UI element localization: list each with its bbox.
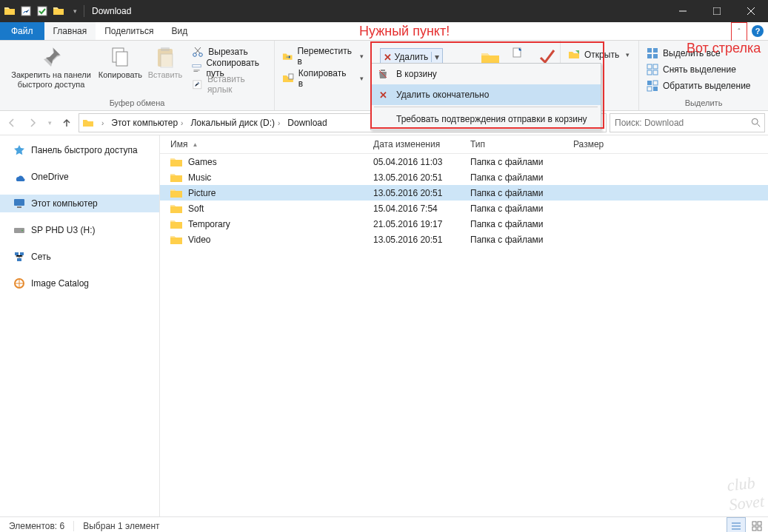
file-date: 05.04.2016 11:03 (363, 157, 460, 167)
tab-file[interactable]: Файл (0, 22, 44, 40)
svg-rect-20 (653, 54, 658, 58)
tab-home[interactable]: Главная (44, 22, 96, 40)
sidebar-item-imagecatalog[interactable]: Image Catalog (0, 275, 159, 292)
invert-icon (647, 80, 658, 92)
file-row[interactable]: Video13.05.2016 20:51Папка с файлами (160, 232, 768, 247)
sidebar-item-quickaccess[interactable]: Панель быстрого доступа (0, 141, 159, 159)
deselect-button[interactable]: Снять выделение (644, 61, 754, 78)
paste-button[interactable]: Вставить (143, 44, 188, 80)
sort-asc-icon: ▲ (192, 141, 198, 148)
status-items: Элементов: 6 (0, 521, 74, 531)
nav-history-button[interactable]: ▾ (44, 114, 55, 132)
nav-pane: Панель быстрого доступа OneDrive Этот ко… (0, 135, 160, 516)
search-input[interactable] (613, 117, 761, 129)
col-size[interactable]: Размер (563, 139, 632, 149)
file-name: Temporary (188, 219, 230, 229)
crumb-root[interactable]: › (96, 119, 107, 127)
svg-rect-32 (17, 206, 21, 208)
file-row[interactable]: Music13.05.2016 20:51Папка с файлами (160, 169, 768, 185)
crumb-drive-label: Локальный диск (D:) (190, 118, 275, 128)
copy-button[interactable]: Копировать (98, 44, 143, 80)
move-to-label: Переместить в (297, 46, 353, 67)
col-name[interactable]: Имя▲ (160, 139, 363, 149)
delete-menu-confirm-label: Требовать подтверждения отправки в корзи… (396, 114, 587, 124)
crumb-drive[interactable]: Локальный диск (D:)› (187, 118, 283, 128)
col-date[interactable]: Дата изменения (363, 139, 460, 149)
delete-menu-confirm[interactable]: Требовать подтверждения отправки в корзи… (371, 109, 601, 129)
crumb-thispc[interactable]: Этот компьютер› (108, 118, 186, 128)
folder-icon (170, 158, 182, 166)
svg-rect-26 (653, 81, 658, 85)
delete-menu-permanent[interactable]: ✕ Удалить окончательно (371, 84, 601, 105)
col-name-label: Имя (170, 139, 187, 149)
search-box[interactable] (610, 113, 765, 132)
minimize-ribbon-button[interactable]: ˆ (731, 22, 747, 41)
copy-to-button[interactable]: Копировать в (279, 70, 367, 87)
status-bar: Элементов: 6 Выбран 1 элемент (0, 516, 768, 532)
folder-icon (170, 220, 182, 229)
view-large-button[interactable] (747, 517, 767, 532)
svg-rect-35 (15, 252, 19, 255)
delete-label: Удалить (395, 52, 429, 62)
invert-selection-button[interactable]: Обратить выделение (644, 78, 754, 94)
paste-shortcut-button[interactable]: Вставить ярлык (189, 76, 270, 92)
svg-rect-1 (38, 7, 47, 16)
new-item-icon[interactable] (511, 47, 523, 58)
svg-rect-12 (289, 74, 293, 79)
svg-rect-6 (161, 47, 170, 51)
crumb-folder[interactable]: Download (284, 118, 330, 128)
menu-separator (374, 107, 598, 107)
tab-share[interactable]: Поделиться (96, 22, 162, 40)
nav-back-button[interactable] (3, 114, 21, 132)
delete-menu-recycle[interactable]: В корзину (371, 64, 601, 84)
maximize-button[interactable] (700, 0, 734, 22)
paste-label: Вставить (148, 70, 183, 80)
file-date: 21.05.2016 19:17 (363, 219, 460, 229)
file-type: Папка с файлами (460, 219, 563, 229)
copy-path-icon (192, 62, 201, 74)
qat-properties-icon[interactable] (20, 5, 32, 17)
file-type: Папка с файлами (460, 157, 563, 167)
file-row[interactable]: Picture13.05.2016 20:51Папка с файлами (160, 185, 768, 201)
sidebar-imagecatalog-label: Image Catalog (31, 278, 89, 289)
sidebar-item-spphd[interactable]: SP PHD U3 (H:) (0, 221, 159, 239)
col-type[interactable]: Тип (460, 139, 563, 149)
qat-checkbox-icon[interactable] (36, 5, 48, 17)
close-button[interactable] (734, 0, 768, 22)
titlebar: ▾ Download (0, 0, 768, 22)
help-icon: ? (752, 25, 764, 37)
file-name: Games (188, 157, 217, 167)
view-details-button[interactable] (727, 517, 746, 532)
search-icon[interactable] (751, 118, 761, 128)
svg-rect-21 (647, 64, 652, 69)
sidebar-item-thispc[interactable]: Этот компьютер (0, 195, 159, 212)
file-row[interactable]: Games05.04.2016 11:03Папка с файлами (160, 154, 768, 169)
nav-up-button[interactable] (58, 114, 76, 132)
nav-forward-button[interactable] (24, 114, 41, 132)
pin-quickaccess-button[interactable]: Закрепить на панели быстрого доступа (4, 44, 98, 90)
tab-view[interactable]: Вид (162, 22, 196, 40)
svg-rect-4 (116, 52, 127, 66)
paste-icon (153, 45, 177, 69)
open-button[interactable]: Открыть (565, 47, 632, 63)
svg-rect-42 (758, 527, 761, 531)
deselect-label: Снять выделение (663, 64, 736, 75)
file-row[interactable]: Soft15.04.2016 7:54Папка с файлами (160, 201, 768, 216)
svg-rect-17 (647, 48, 652, 53)
move-to-button[interactable]: Переместить в (279, 48, 367, 64)
sidebar-item-onedrive[interactable]: OneDrive (0, 168, 159, 186)
sidebar-onedrive-label: OneDrive (31, 172, 69, 182)
help-button[interactable]: ? (747, 22, 768, 40)
file-date: 13.05.2016 20:51 (363, 172, 460, 183)
window-title: Download (87, 6, 131, 16)
file-row[interactable]: Temporary21.05.2016 19:17Папка с файлами (160, 216, 768, 232)
tab-home-label: Главная (53, 26, 87, 36)
file-type: Папка с файлами (460, 203, 563, 214)
blank-icon (377, 113, 389, 125)
qat-dropdown-icon[interactable]: ▾ (69, 5, 81, 17)
crumb-thispc-label: Этот компьютер (111, 118, 178, 128)
delete-menu-recycle-label: В корзину (396, 69, 437, 79)
sidebar-item-network[interactable]: Сеть (0, 248, 159, 266)
file-date: 15.04.2016 7:54 (363, 203, 460, 214)
minimize-button[interactable] (666, 0, 700, 22)
